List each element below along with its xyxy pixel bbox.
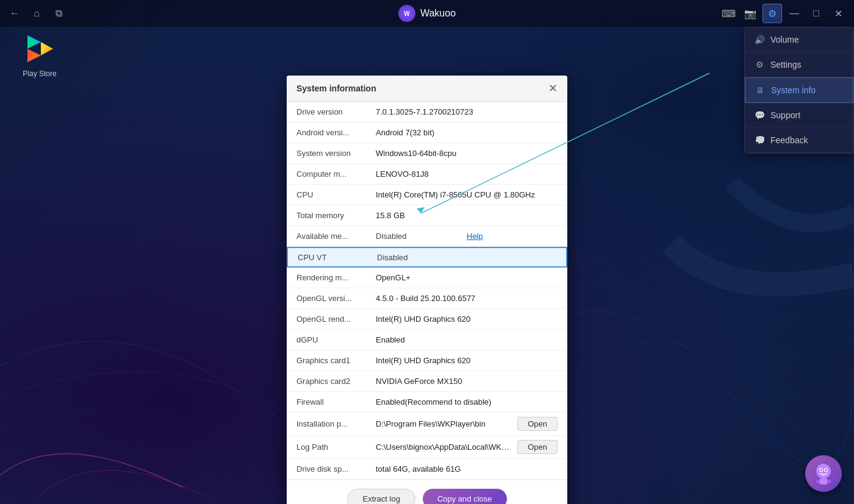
close-button[interactable]: ✕ (828, 4, 848, 23)
info-row-android-version: Android versi... Android 7(32 bit) (287, 122, 567, 143)
log-path-open-button[interactable]: Open (517, 440, 558, 454)
system-version-label: System version (296, 149, 376, 158)
info-row-total-memory: Total memory 15.8 GB (287, 205, 567, 226)
available-memory-value: Disabled (376, 232, 467, 241)
installation-path-open-button[interactable]: Open (517, 417, 558, 431)
info-row-drive-disk: Drive disk sp... total 64G, available 61… (287, 459, 567, 480)
dropdown-item-support[interactable]: 💬 Support (745, 103, 853, 128)
info-row-drive-version: Drive version 7.0.1.3025-7.1.2700210723 (287, 102, 567, 122)
graphics-card1-value: Intel(R) UHD Graphics 620 (376, 356, 558, 365)
info-row-cpu-vt: CPU VT Disabled (287, 247, 567, 268)
dropdown-item-settings-label: Settings (770, 60, 802, 69)
firewall-value: Enabled(Recommend to disable) (376, 397, 558, 406)
feedback-icon: 💭 (755, 135, 764, 145)
dialog-overlay: System information ✕ Drive version 7.0.1… (0, 27, 854, 504)
app-title: Wakuoo (420, 8, 456, 19)
log-path-label: Log Path (296, 442, 376, 452)
settings-button[interactable]: ⚙ (762, 4, 782, 23)
tab-button[interactable]: ⧉ (50, 5, 67, 22)
dropdown-item-volume-label: Volume (770, 35, 799, 44)
app-logo: W (398, 5, 415, 22)
info-row-cpu: CPU Intel(R) Core(TM) i7-8565U CPU @ 1.8… (287, 185, 567, 205)
extract-log-button[interactable]: Extract log (347, 489, 415, 504)
info-row-graphics-card2: Graphics card2 NVIDIA GeForce MX150 (287, 371, 567, 392)
info-row-available-memory: Available me... Disabled Help (287, 226, 567, 247)
graphics-card1-label: Graphics card1 (296, 356, 376, 365)
titlebar: ← ⌂ ⧉ W Wakuoo ⌨ 📷 ⚙ — □ ✕ (0, 0, 854, 27)
titlebar-right-controls: ⌨ 📷 ⚙ — □ ✕ (719, 4, 848, 23)
back-button[interactable]: ← (6, 5, 23, 22)
dialog-close-button[interactable]: ✕ (548, 83, 558, 94)
info-row-opengl-version: OpenGL versi... 4.5.0 - Build 25.20.100.… (287, 288, 567, 309)
computer-model-label: Computer m... (296, 169, 376, 179)
android-version-label: Android versi... (296, 128, 376, 137)
dropdown-item-support-label: Support (770, 110, 800, 120)
opengl-renderer-label: OpenGL rend... (296, 314, 376, 324)
android-version-value: Android 7(32 bit) (376, 128, 558, 137)
dropdown-item-volume[interactable]: 🔊 Volume (745, 27, 853, 52)
info-row-rendering-mode: Rendering m... OpenGL+ (287, 268, 567, 288)
opengl-version-value: 4.5.0 - Build 25.20.100.6577 (376, 294, 558, 303)
info-row-opengl-renderer: OpenGL rend... Intel(R) UHD Graphics 620 (287, 309, 567, 330)
titlebar-title-area: W Wakuoo (398, 5, 456, 22)
cpu-vt-label: CPU VT (298, 253, 377, 262)
dialog-title: System information (296, 83, 376, 93)
dgpu-label: dGPU (296, 335, 376, 344)
copy-close-button[interactable]: Copy and close (423, 489, 507, 504)
system-version-value: Windows10-64bit-8cpu (376, 149, 558, 158)
keyboard-button[interactable]: ⌨ (719, 4, 738, 23)
support-icon: 💬 (755, 110, 764, 120)
info-row-computer-model: Computer m... LENOVO-81J8 (287, 164, 567, 185)
system-info-icon: 🖥 (755, 85, 765, 95)
dialog-footer: Extract log Copy and close (287, 480, 567, 504)
cpu-vt-value: Disabled (377, 253, 556, 262)
drive-disk-value: total 64G, available 61G (376, 464, 558, 474)
drive-version-label: Drive version (296, 107, 376, 116)
dropdown-menu: 🔊 Volume ⚙ Settings 🖥 System info 💬 Supp… (744, 27, 854, 154)
dropdown-item-feedback-label: Feedback (770, 135, 808, 145)
computer-model-value: LENOVO-81J8 (376, 169, 558, 179)
dropdown-item-feedback[interactable]: 💭 Feedback (745, 128, 853, 153)
info-row-system-version: System version Windows10-64bit-8cpu (287, 143, 567, 164)
info-row-dgpu: dGPU Enabled (287, 330, 567, 350)
log-path-value: C:\Users\bignox\AppData\Local\WKPlayer (376, 442, 512, 452)
info-row-installation-path: Installation p... D:\Program Files\WKPla… (287, 413, 567, 436)
info-row-firewall: Firewall Enabled(Recommend to disable) (287, 392, 567, 413)
total-memory-label: Total memory (296, 211, 376, 220)
rendering-mode-value: OpenGL+ (376, 273, 558, 282)
dropdown-item-system-info[interactable]: 🖥 System info (745, 77, 853, 103)
graphics-card2-label: Graphics card2 (296, 377, 376, 386)
svg-text:W: W (404, 10, 410, 17)
screenshot-button[interactable]: 📷 (741, 4, 760, 23)
cpu-label: CPU (296, 190, 376, 199)
opengl-renderer-value: Intel(R) UHD Graphics 620 (376, 314, 558, 324)
dropdown-item-system-info-label: System info (771, 85, 816, 95)
restore-button[interactable]: □ (806, 4, 826, 23)
dialog-header: System information ✕ (287, 76, 567, 102)
drive-version-value: 7.0.1.3025-7.1.2700210723 (376, 107, 558, 116)
installation-path-value: D:\Program Files\WKPlayer\bin (376, 419, 512, 428)
volume-icon: 🔊 (755, 35, 764, 44)
available-memory-help-link[interactable]: Help (467, 232, 558, 241)
graphics-card2-value: NVIDIA GeForce MX150 (376, 377, 558, 386)
dialog-body: Drive version 7.0.1.3025-7.1.2700210723 … (287, 102, 567, 480)
rendering-mode-label: Rendering m... (296, 273, 376, 282)
available-memory-label: Available me... (296, 232, 376, 241)
info-row-graphics-card1: Graphics card1 Intel(R) UHD Graphics 620 (287, 350, 567, 371)
system-info-dialog: System information ✕ Drive version 7.0.1… (287, 76, 567, 504)
home-button[interactable]: ⌂ (28, 5, 45, 22)
titlebar-left-controls: ← ⌂ ⧉ (6, 5, 67, 22)
dropdown-item-settings[interactable]: ⚙ Settings (745, 52, 853, 77)
opengl-version-label: OpenGL versi... (296, 294, 376, 303)
minimize-button[interactable]: — (784, 4, 804, 23)
drive-disk-label: Drive disk sp... (296, 464, 376, 474)
cpu-value: Intel(R) Core(TM) i7-8565U CPU @ 1.80GHz (376, 190, 558, 199)
installation-path-label: Installation p... (296, 419, 376, 428)
firewall-label: Firewall (296, 397, 376, 406)
dgpu-value: Enabled (376, 335, 558, 344)
total-memory-value: 15.8 GB (376, 211, 558, 220)
info-row-log-path: Log Path C:\Users\bignox\AppData\Local\W… (287, 436, 567, 459)
settings-icon: ⚙ (755, 60, 764, 69)
